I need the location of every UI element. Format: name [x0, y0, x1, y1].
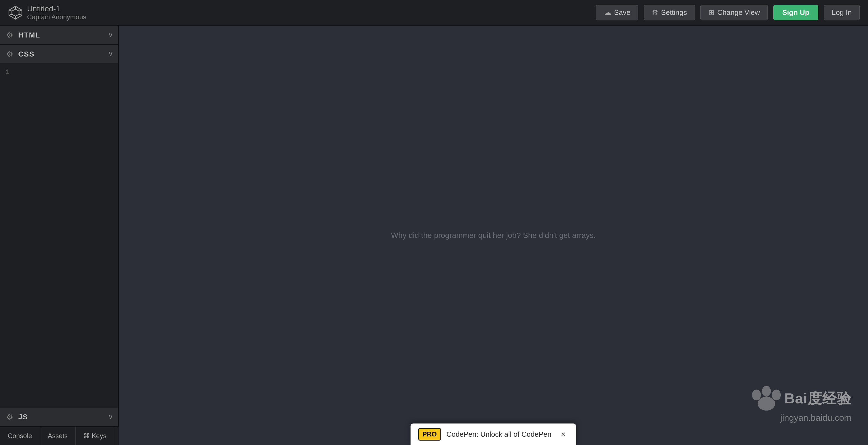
user-name: Captain Anonymous — [27, 13, 86, 21]
js-panel-header[interactable]: ⚙ JS ∨ — [0, 408, 118, 426]
svg-line-2 — [9, 10, 12, 11]
settings-label: Settings — [661, 8, 687, 17]
assets-tab[interactable]: Assets — [40, 427, 75, 445]
topbar: Untitled-1 Captain Anonymous ☁ Save ⚙ Se… — [0, 0, 868, 26]
right-panel: Why did the programmer quit her job? She… — [119, 26, 868, 445]
pro-badge: PRO — [418, 428, 441, 441]
css-gear-icon[interactable]: ⚙ — [5, 49, 14, 59]
html-gear-icon[interactable]: ⚙ — [5, 30, 14, 40]
svg-point-11 — [758, 397, 775, 411]
codepen-logo — [8, 5, 23, 20]
js-chevron-icon: ∨ — [108, 413, 113, 421]
html-panel-header[interactable]: ⚙ HTML ∨ — [0, 26, 118, 44]
logo-area: Untitled-1 Captain Anonymous — [8, 4, 146, 21]
svg-line-4 — [9, 14, 12, 15]
baidu-brand: Bai度经验 — [784, 389, 851, 408]
baidu-subtitle: jingyan.baidu.com — [748, 413, 851, 423]
keys-tab[interactable]: ⌘ Keys — [75, 427, 114, 445]
baidu-paw-icon — [748, 386, 784, 411]
css-panel-header[interactable]: ⚙ CSS ∨ — [0, 44, 118, 63]
preview-placeholder-text: Why did the programmer quit her job? She… — [391, 231, 596, 240]
keys-label: Keys — [92, 432, 106, 440]
js-label: JS — [18, 413, 108, 421]
css-editor-area[interactable]: 1 — [0, 63, 118, 445]
login-label: Log In — [832, 8, 852, 16]
html-chevron-icon: ∨ — [108, 31, 113, 39]
svg-point-9 — [762, 386, 771, 397]
js-gear-icon[interactable]: ⚙ — [5, 412, 14, 421]
settings-button[interactable]: ⚙ Settings — [644, 5, 695, 21]
svg-line-3 — [19, 10, 22, 11]
keys-cmd-icon: ⌘ — [83, 432, 90, 440]
baidu-logo-top: Bai度经验 — [748, 386, 851, 411]
signup-label: Sign Up — [782, 8, 809, 16]
line-number-1: 1 — [3, 68, 9, 76]
bottom-bar: Console Assets ⌘ Keys — [0, 426, 119, 445]
baidu-watermark: Bai度经验 jingyan.baidu.com — [748, 386, 851, 423]
svg-line-5 — [19, 14, 22, 15]
signup-button[interactable]: Sign Up — [773, 5, 818, 20]
notification-bar: PRO CodePen: Unlock all of CodePen × — [410, 423, 576, 445]
main-layout: ⚙ HTML ∨ ⚙ CSS ∨ 1 ⚙ JS ∨ Console — [0, 26, 868, 445]
pen-title[interactable]: Untitled-1 — [27, 4, 86, 13]
js-panel-section: ⚙ JS ∨ — [0, 407, 118, 426]
change-view-label: Change View — [717, 8, 760, 17]
change-view-button[interactable]: ⊞ Change View — [701, 5, 768, 21]
html-label: HTML — [18, 31, 108, 39]
notification-text: CodePen: Unlock all of CodePen — [446, 430, 552, 439]
assets-label: Assets — [48, 432, 68, 440]
save-label: Save — [614, 8, 630, 17]
svg-point-10 — [772, 389, 781, 401]
left-panel: ⚙ HTML ∨ ⚙ CSS ∨ 1 ⚙ JS ∨ Console — [0, 26, 119, 445]
notification-close-button[interactable]: × — [558, 429, 568, 440]
svg-marker-1 — [12, 9, 19, 16]
svg-point-8 — [752, 389, 761, 401]
gear-icon: ⚙ — [652, 8, 658, 17]
console-label: Console — [8, 432, 32, 440]
title-block: Untitled-1 Captain Anonymous — [27, 4, 86, 21]
css-label: CSS — [18, 50, 108, 59]
login-button[interactable]: Log In — [824, 5, 860, 21]
view-icon: ⊞ — [708, 8, 714, 17]
css-chevron-icon: ∨ — [108, 50, 113, 58]
topbar-actions: ☁ Save ⚙ Settings ⊞ Change View Sign Up … — [596, 5, 860, 21]
console-tab[interactable]: Console — [0, 427, 40, 445]
save-button[interactable]: ☁ Save — [596, 5, 638, 21]
cloud-icon: ☁ — [604, 8, 611, 17]
